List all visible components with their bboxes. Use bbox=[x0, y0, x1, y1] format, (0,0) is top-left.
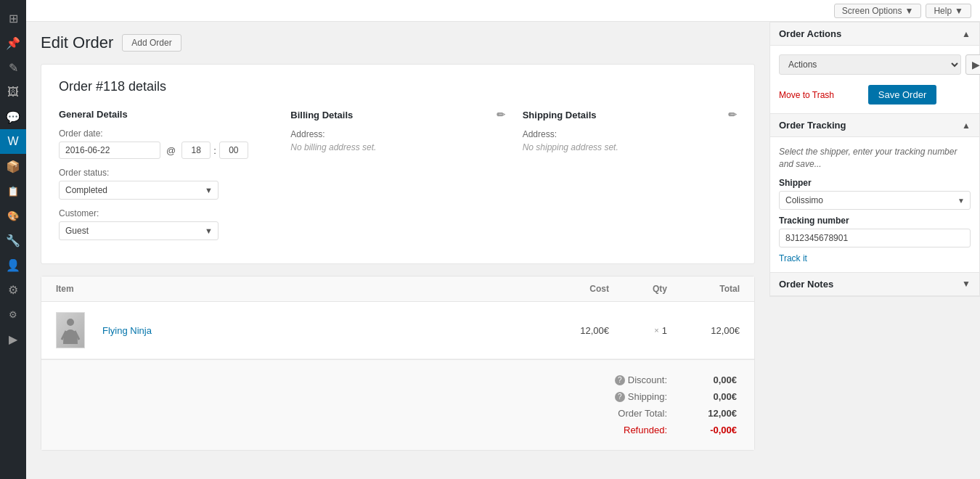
sidebar-icon-dashboard[interactable]: ⊞ bbox=[0, 6, 26, 30]
order-total-row: Order Total: 12,00€ bbox=[59, 405, 737, 422]
refunded-value: -0,00€ bbox=[679, 425, 737, 435]
actions-go-button[interactable]: ▶ bbox=[965, 54, 980, 75]
shipping-address-label: Address: bbox=[523, 129, 737, 139]
shipping-details-section: Shipping Details ✏ Address: No shipping … bbox=[523, 109, 737, 249]
actions-select[interactable]: Actions Email invoice / order details to… bbox=[779, 54, 961, 75]
discount-label: ? Discount: bbox=[580, 374, 667, 385]
content-area: Edit Order Add Order Order #118 details … bbox=[26, 22, 980, 479]
tracking-number-input[interactable] bbox=[779, 229, 971, 247]
sidebar-icon-appearance[interactable]: 🎨 bbox=[0, 203, 26, 228]
order-tracking-panel-header[interactable]: Order Tracking ▲ bbox=[770, 114, 979, 137]
actions-footer: Move to Trash Save Order bbox=[779, 82, 971, 105]
sidebar-icon-posts[interactable]: ✎ bbox=[0, 55, 26, 80]
move-trash-link[interactable]: Move to Trash bbox=[779, 90, 834, 100]
sidebar-icon-users[interactable]: 👤 bbox=[0, 253, 26, 277]
page-header: Edit Order Add Order bbox=[41, 33, 755, 52]
order-date-label: Order date: bbox=[59, 128, 273, 139]
order-time-minute[interactable] bbox=[219, 142, 248, 159]
shipping-edit-icon[interactable]: ✏ bbox=[728, 109, 737, 120]
sidebar-icon-comments[interactable]: 💬 bbox=[0, 105, 26, 129]
help-label: Help bbox=[934, 6, 952, 16]
tracking-number-label: Tracking number bbox=[779, 216, 971, 226]
item-thumb-svg bbox=[60, 316, 81, 344]
screen-options-button[interactable]: Screen Options ▼ bbox=[834, 4, 922, 18]
customer-select[interactable]: Guest bbox=[59, 221, 219, 240]
items-table-header: Item Cost Qty Total bbox=[41, 277, 754, 302]
item-thumb-img bbox=[57, 312, 84, 348]
sidebar-icon-woocommerce[interactable]: W bbox=[0, 129, 26, 154]
billing-address-value: No billing address set. bbox=[290, 142, 505, 152]
billing-address-group: Address: No billing address set. bbox=[290, 129, 505, 152]
shipping-total-label: ? Shipping: bbox=[580, 391, 667, 402]
sidebar-icon-plugins[interactable]: 🔧 bbox=[0, 228, 26, 253]
order-details-card: Order #118 details General Details Order… bbox=[41, 64, 755, 264]
order-actions-toggle: ▲ bbox=[962, 29, 971, 39]
at-sign: @ bbox=[166, 145, 176, 156]
billing-address-label: Address: bbox=[290, 129, 505, 139]
item-qty-value: 1 bbox=[662, 325, 667, 336]
order-status-select[interactable]: Pending payment Processing On hold Compl… bbox=[59, 181, 219, 200]
sidebar-icon-tools[interactable]: ⚙ bbox=[0, 277, 26, 302]
tracking-description: Select the shipper, enter your tracking … bbox=[779, 146, 971, 171]
order-date-input[interactable] bbox=[59, 142, 160, 159]
refunded-row: Refunded: -0,00€ bbox=[59, 422, 737, 438]
billing-edit-icon[interactable]: ✏ bbox=[497, 109, 505, 120]
order-heading: Order #118 details bbox=[59, 79, 737, 94]
order-total-value: 12,00€ bbox=[679, 408, 737, 419]
main-wrapper: Screen Options ▼ Help ▼ Edit Order Add O… bbox=[26, 0, 980, 479]
item-info: Flying Ninja bbox=[56, 312, 536, 348]
topbar: Screen Options ▼ Help ▼ bbox=[26, 0, 980, 22]
screen-options-arrow: ▼ bbox=[905, 6, 914, 16]
order-notes-panel: Order Notes ▼ bbox=[769, 273, 980, 297]
item-name-link[interactable]: Flying Ninja bbox=[102, 325, 152, 336]
help-arrow: ▼ bbox=[955, 6, 963, 16]
billing-details-title: Billing Details ✏ bbox=[290, 109, 505, 120]
order-status-group: Order status: Pending payment Processing… bbox=[59, 168, 273, 200]
billing-details-section: Billing Details ✏ Address: No billing ad… bbox=[290, 109, 505, 249]
discount-value: 0,00€ bbox=[679, 374, 737, 385]
admin-sidebar: ⊞ 📌 ✎ 🖼 💬 W 📦 📋 🎨 🔧 👤 ⚙ ⚙ ▶ bbox=[0, 0, 26, 479]
order-time-hour[interactable] bbox=[181, 142, 211, 159]
shipping-address-group: Address: No shipping address set. bbox=[523, 129, 737, 152]
refunded-label: Refunded: bbox=[580, 425, 667, 435]
page-title: Edit Order bbox=[41, 33, 113, 52]
sidebar-icon-media[interactable]: 🖼 bbox=[0, 80, 26, 105]
discount-row: ? Discount: 0,00€ bbox=[59, 372, 737, 388]
order-actions-panel-header[interactable]: Order Actions ▲ bbox=[770, 22, 979, 46]
shipper-select[interactable]: Colissimo DHL FedEx UPS USPS bbox=[779, 191, 971, 210]
save-order-button[interactable]: Save Order bbox=[868, 85, 936, 105]
add-order-button[interactable]: Add Order bbox=[122, 34, 181, 52]
order-notes-panel-header[interactable]: Order Notes ▼ bbox=[770, 273, 979, 296]
track-it-link[interactable]: Track it bbox=[779, 253, 807, 263]
order-tracking-title: Order Tracking bbox=[779, 120, 846, 131]
item-total: 12,00€ bbox=[667, 325, 740, 336]
shipper-select-wrapper: Colissimo DHL FedEx UPS USPS bbox=[779, 191, 971, 210]
help-button[interactable]: Help ▼ bbox=[926, 4, 971, 18]
item-qty: × 1 bbox=[609, 325, 667, 336]
sidebar-icon-pin[interactable]: 📌 bbox=[0, 30, 26, 55]
col-qty: Qty bbox=[609, 284, 667, 294]
shipping-address-value: No shipping address set. bbox=[523, 142, 737, 152]
order-status-label: Order status: bbox=[59, 168, 273, 178]
sidebar-icon-play[interactable]: ▶ bbox=[0, 327, 26, 351]
order-details-body: Order #118 details General Details Order… bbox=[41, 65, 754, 263]
order-tracking-panel: Order Tracking ▲ Select the shipper, ent… bbox=[769, 114, 980, 273]
sidebar-icon-products[interactable]: 📦 bbox=[0, 154, 26, 179]
totals-section: ? Discount: 0,00€ ? Shipping: 0,00€ Ord bbox=[41, 359, 754, 450]
shipping-details-title: Shipping Details ✏ bbox=[523, 109, 737, 120]
order-notes-title: Order Notes bbox=[779, 279, 833, 290]
item-thumbnail bbox=[56, 312, 85, 348]
order-actions-panel: Order Actions ▲ Actions Email invoice / … bbox=[769, 22, 980, 114]
general-details-section: General Details Order date: @ : bbox=[59, 109, 273, 249]
qty-x-sign: × bbox=[654, 326, 658, 335]
customer-select-wrap: Guest ▼ bbox=[59, 221, 219, 240]
order-actions-title: Order Actions bbox=[779, 28, 841, 39]
shipping-row: ? Shipping: 0,00€ bbox=[59, 388, 737, 405]
sidebar-icon-orders[interactable]: 📋 bbox=[0, 179, 26, 203]
page-content: Edit Order Add Order Order #118 details … bbox=[26, 22, 769, 479]
customer-group: Customer: Guest ▼ bbox=[59, 208, 273, 240]
col-item: Item bbox=[56, 284, 536, 294]
shipping-total-value: 0,00€ bbox=[679, 391, 737, 402]
col-cost: Cost bbox=[536, 284, 609, 294]
sidebar-icon-settings[interactable]: ⚙ bbox=[0, 302, 26, 327]
